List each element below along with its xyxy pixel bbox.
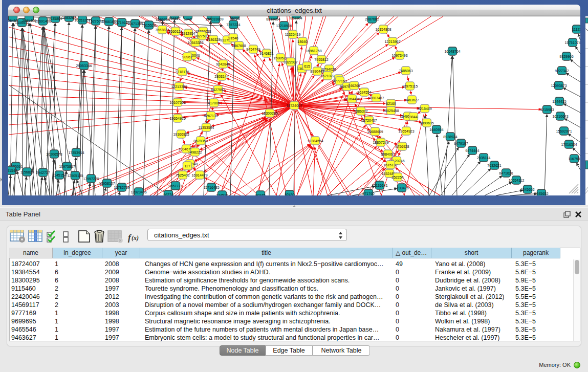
svg-text:9463627: 9463627	[405, 98, 419, 102]
svg-text:12213389: 12213389	[171, 85, 187, 89]
svg-text:3624554: 3624554	[357, 91, 371, 94]
svg-text:127: 127	[184, 164, 190, 168]
svg-text:8186328: 8186328	[206, 38, 220, 41]
svg-text:12093873: 12093873	[551, 84, 567, 87]
svg-text:16961758: 16961758	[306, 49, 321, 53]
svg-text:1588520: 1588520	[273, 56, 287, 60]
svg-text:7485063: 7485063	[399, 69, 412, 73]
svg-text:(x): (x)	[132, 234, 139, 242]
svg-text:92450: 92450	[285, 193, 295, 196]
svg-text:18807249: 18807249	[373, 141, 388, 144]
svg-text:10543382: 10543382	[187, 41, 203, 45]
svg-text:9227342: 9227342	[555, 69, 569, 73]
svg-text:1615132: 1615132	[383, 163, 397, 167]
svg-text:391544: 391544	[8, 169, 17, 172]
svg-text:19384554: 19384554	[307, 139, 323, 143]
svg-text:417006: 417006	[208, 101, 220, 105]
svg-text:9827503: 9827503	[194, 34, 208, 38]
svg-text:6479197: 6479197	[454, 142, 468, 145]
svg-text:615: 615	[304, 64, 310, 68]
svg-text:10654112: 10654112	[509, 179, 525, 182]
svg-text:7955812: 7955812	[314, 58, 328, 61]
svg-text:8938924: 8938924	[443, 135, 457, 139]
svg-text:7663822: 7663822	[155, 28, 169, 32]
svg-text:7632621: 7632621	[487, 164, 501, 167]
svg-text:9245652: 9245652	[520, 188, 534, 191]
svg-text:2935114: 2935114	[477, 156, 491, 160]
svg-text:6899695: 6899695	[420, 121, 433, 125]
svg-text:10958107: 10958107	[99, 182, 115, 185]
svg-text:19166825: 19166825	[173, 133, 189, 136]
svg-text:2087682: 2087682	[365, 17, 379, 21]
svg-text:19654923: 19654923	[398, 129, 414, 133]
svg-text:7515526: 7515526	[142, 24, 156, 27]
svg-text:3215983: 3215983	[540, 108, 554, 112]
svg-text:9242848: 9242848	[216, 62, 230, 66]
svg-text:2867608: 2867608	[232, 44, 246, 48]
svg-text:15136141: 15136141	[372, 184, 387, 187]
svg-text:13218506: 13218506	[276, 24, 292, 28]
svg-text:10653267: 10653267	[74, 18, 90, 22]
svg-text:11325419: 11325419	[285, 33, 301, 36]
svg-text:18640: 18640	[297, 40, 308, 43]
svg-text:9635809: 9635809	[48, 17, 62, 20]
svg-text:1527602: 1527602	[89, 19, 102, 23]
svg-text:1145154: 1145154	[53, 173, 67, 177]
svg-text:8427552: 8427552	[211, 88, 225, 92]
svg-text:12213967: 12213967	[384, 40, 400, 43]
svg-text:15692971: 15692971	[556, 129, 572, 133]
svg-text:15720407: 15720407	[361, 119, 377, 122]
svg-text:252254: 252254	[391, 176, 403, 179]
svg-text:7357224: 7357224	[226, 23, 240, 27]
svg-text:11123: 11123	[572, 28, 580, 31]
svg-text:10807487: 10807487	[368, 96, 384, 100]
svg-text:10025458: 10025458	[383, 109, 399, 113]
svg-text:8660124: 8660124	[168, 30, 182, 33]
svg-text:9146821: 9146821	[259, 52, 273, 55]
svg-text:17016504: 17016504	[561, 143, 577, 146]
svg-text:1498222: 1498222	[188, 150, 202, 154]
svg-text:90245: 90245	[255, 193, 266, 196]
svg-text:8267130: 8267130	[204, 114, 217, 118]
svg-text:9756928: 9756928	[395, 145, 409, 148]
svg-text:863304: 863304	[290, 16, 302, 20]
svg-text:124510: 124510	[216, 193, 228, 196]
svg-text:9215469: 9215469	[418, 107, 431, 111]
svg-text:19654925: 19654925	[169, 117, 185, 120]
svg-text:9844: 9844	[409, 115, 418, 119]
svg-text:10688609: 10688609	[367, 130, 383, 134]
svg-text:17353914: 17353914	[68, 151, 84, 155]
svg-text:20206578: 20206578	[46, 152, 62, 156]
svg-text:8813054: 8813054	[266, 17, 280, 21]
svg-text:10975867: 10975867	[59, 165, 75, 168]
svg-text:18300295: 18300295	[262, 112, 277, 115]
svg-text:2803144: 2803144	[214, 75, 228, 78]
svg-text:62160: 62160	[386, 102, 396, 105]
svg-text:116753: 116753	[569, 157, 580, 161]
svg-text:7386372: 7386372	[354, 110, 367, 113]
svg-text:91546: 91546	[228, 36, 238, 40]
svg-text:8454749: 8454749	[246, 48, 260, 51]
svg-text:2942737: 2942737	[36, 171, 50, 174]
svg-text:10973493: 10973493	[391, 54, 407, 57]
svg-text:1640954: 1640954	[429, 128, 443, 132]
svg-text:1046: 1046	[184, 17, 192, 21]
svg-text:96274: 96274	[163, 193, 173, 196]
svg-text:98961: 98961	[182, 55, 192, 59]
svg-text:871760: 871760	[362, 192, 374, 195]
svg-text:16914479: 16914479	[191, 173, 207, 177]
svg-text:8471626: 8471626	[499, 171, 513, 175]
svg-text:2718176: 2718176	[175, 70, 189, 74]
svg-text:16210643: 16210643	[552, 115, 568, 118]
svg-text:16648764: 16648764	[444, 50, 460, 53]
svg-text:1156829: 1156829	[20, 170, 34, 174]
svg-text:1621022: 1621022	[320, 74, 334, 78]
svg-text:9245652: 9245652	[534, 192, 548, 195]
svg-text:18724007: 18724007	[286, 104, 302, 107]
svg-text:12975115: 12975115	[402, 84, 418, 88]
svg-text:9474444: 9474444	[465, 149, 479, 152]
svg-text:16033809: 16033809	[207, 17, 223, 21]
svg-text:12505135: 12505135	[67, 174, 83, 178]
svg-text:9657771: 9657771	[168, 184, 182, 188]
svg-text:9329966: 9329966	[559, 55, 573, 58]
